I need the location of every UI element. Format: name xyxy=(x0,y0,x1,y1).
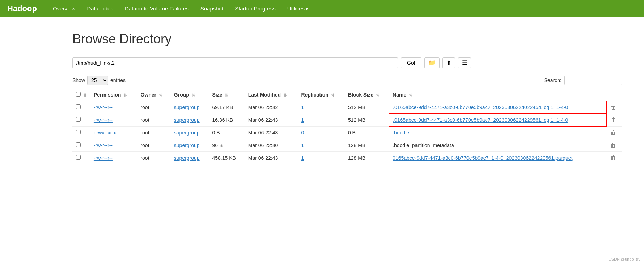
delete-button[interactable]: 🗑 xyxy=(610,142,616,148)
table-body: -rw-r--r--rootsupergroup69.17 KBMar 06 2… xyxy=(72,101,622,164)
header-checkbox: ⇅ xyxy=(72,89,90,101)
group-link[interactable]: supergroup xyxy=(174,155,200,161)
col-replication: Replication ⇅ xyxy=(297,89,344,101)
show-label: Show xyxy=(72,77,85,83)
replication-link[interactable]: 1 xyxy=(301,155,304,161)
entries-select[interactable]: 102550100 xyxy=(87,76,108,85)
group-link[interactable]: supergroup xyxy=(174,142,200,148)
select-all-checkbox[interactable] xyxy=(76,92,81,97)
cell-size: 16.36 KB xyxy=(208,114,244,126)
cell-name: .0165abce-9dd7-4471-a3c0-6b770e5b9ac7_20… xyxy=(389,101,607,114)
cell-block-size: 512 MB xyxy=(344,101,389,114)
nav-link-startup-progress[interactable]: Startup Progress xyxy=(230,3,281,14)
upload-button[interactable]: ⬆ xyxy=(442,57,455,68)
upload-icon: ⬆ xyxy=(446,60,451,66)
cell-last-modified: Mar 06 22:43 xyxy=(245,126,298,139)
cell-name: .hoodie xyxy=(389,126,607,139)
row-checkbox[interactable] xyxy=(76,104,81,109)
sort-icon: ⇅ xyxy=(83,93,86,97)
group-link[interactable]: supergroup xyxy=(174,117,200,123)
cell-size: 458.15 KB xyxy=(208,151,244,164)
row-checkbox[interactable] xyxy=(76,130,81,134)
replication-link[interactable]: 1 xyxy=(301,104,304,110)
row-checkbox[interactable] xyxy=(76,117,81,122)
table-row: -rw-r--r--rootsupergroup458.15 KBMar 06 … xyxy=(72,151,622,164)
table-header: ⇅ Permission ⇅ Owner ⇅ Group ⇅ Size ⇅ La… xyxy=(72,89,622,101)
cell-delete: 🗑 xyxy=(607,126,622,139)
cell-block-size: 128 MB xyxy=(344,151,389,164)
group-link[interactable]: supergroup xyxy=(174,130,200,136)
cell-owner: root xyxy=(137,101,170,114)
nav-links: OverviewDatanodesDatanode Volume Failure… xyxy=(48,3,313,14)
cell-permission: -rw-r--r-- xyxy=(90,101,137,114)
cell-replication: 1 xyxy=(297,114,344,126)
delete-button[interactable]: 🗑 xyxy=(611,117,617,123)
cell-permission: -rw-r--r-- xyxy=(90,151,137,164)
name-link[interactable]: .hoodie xyxy=(393,130,409,136)
delete-button[interactable]: 🗑 xyxy=(611,104,617,110)
search-label: Search: xyxy=(544,77,562,83)
cell-replication: 1 xyxy=(297,151,344,164)
cell-group: supergroup xyxy=(170,151,209,164)
path-input[interactable] xyxy=(72,57,398,68)
delete-button[interactable]: 🗑 xyxy=(610,129,616,136)
nav-link-datanodes[interactable]: Datanodes xyxy=(82,3,118,14)
name-link[interactable]: .0165abce-9dd7-4471-a3c0-6b770e5b9ac7_20… xyxy=(393,117,568,123)
delete-button[interactable]: 🗑 xyxy=(610,155,616,161)
row-checkbox-cell xyxy=(72,151,90,164)
go-button[interactable]: Go! xyxy=(401,57,421,68)
col-permission: Permission ⇅ xyxy=(90,89,137,101)
show-entries: Show 102550100 entries xyxy=(72,76,126,85)
cell-replication: 0 xyxy=(297,126,344,139)
name-link[interactable]: .0165abce-9dd7-4471-a3c0-6b770e5b9ac7_20… xyxy=(393,104,568,110)
name-link[interactable]: 0165abce-9dd7-4471-a3c0-6b770e5b9ac7_1-4… xyxy=(393,155,572,161)
cell-size: 96 B xyxy=(208,139,244,151)
cell-delete: 🗑 xyxy=(607,139,622,151)
table-row: -rw-r--r--rootsupergroup69.17 KBMar 06 2… xyxy=(72,101,622,114)
col-actions xyxy=(607,89,622,101)
cell-permission: -rw-r--r-- xyxy=(90,114,137,126)
permission-link[interactable]: -rw-r--r-- xyxy=(94,142,113,148)
col-owner: Owner ⇅ xyxy=(137,89,170,101)
cell-delete: 🗑 xyxy=(607,101,622,114)
table-row: drwxr-xr-xrootsupergroup0 BMar 06 22:430… xyxy=(72,126,622,139)
table-row: -rw-r--r--rootsupergroup96 BMar 06 22:40… xyxy=(72,139,622,151)
search-input[interactable] xyxy=(564,76,622,85)
col-name: Name ⇅ xyxy=(389,89,607,101)
cell-group: supergroup xyxy=(170,139,209,151)
table-row: -rw-r--r--rootsupergroup16.36 KBMar 06 2… xyxy=(72,114,622,126)
navbar: Hadoop OverviewDatanodesDatanode Volume … xyxy=(0,0,644,17)
nav-link-datanode-volume-failures[interactable]: Datanode Volume Failures xyxy=(120,3,194,14)
row-checkbox[interactable] xyxy=(76,142,81,147)
cell-owner: root xyxy=(137,139,170,151)
row-checkbox[interactable] xyxy=(76,155,81,160)
folder-button[interactable]: 📁 xyxy=(424,57,440,68)
permission-link[interactable]: -rw-r--r-- xyxy=(94,117,113,123)
directory-table: ⇅ Permission ⇅ Owner ⇅ Group ⇅ Size ⇅ La… xyxy=(72,89,622,164)
group-link[interactable]: supergroup xyxy=(174,104,200,110)
cell-size: 0 B xyxy=(208,126,244,139)
nav-link-snapshot[interactable]: Snapshot xyxy=(195,3,228,14)
path-bar: Go! 📁 ⬆ ☰ xyxy=(72,57,622,68)
permission-link[interactable]: drwxr-xr-x xyxy=(94,130,116,136)
cell-delete: 🗑 xyxy=(607,151,622,164)
replication-link[interactable]: 1 xyxy=(301,142,304,148)
nav-link-overview[interactable]: Overview xyxy=(48,3,81,14)
permission-link[interactable]: -rw-r--r-- xyxy=(94,104,113,110)
folder-icon: 📁 xyxy=(428,60,436,66)
show-bar: Show 102550100 entries Search: xyxy=(72,76,622,85)
row-checkbox-cell xyxy=(72,126,90,139)
permission-link[interactable]: -rw-r--r-- xyxy=(94,155,113,161)
list-icon: ☰ xyxy=(462,60,467,66)
replication-link[interactable]: 1 xyxy=(301,117,304,123)
row-checkbox-cell xyxy=(72,139,90,151)
header-row: ⇅ Permission ⇅ Owner ⇅ Group ⇅ Size ⇅ La… xyxy=(72,89,622,101)
list-button[interactable]: ☰ xyxy=(458,57,471,68)
cell-size: 69.17 KB xyxy=(208,101,244,114)
cell-name: .0165abce-9dd7-4471-a3c0-6b770e5b9ac7_20… xyxy=(389,114,607,126)
cell-last-modified: Mar 06 22:43 xyxy=(245,114,298,126)
nav-link-utilities[interactable]: Utilities xyxy=(282,3,313,14)
col-block-size: Block Size ⇅ xyxy=(344,89,389,101)
col-last-modified: Last Modified ⇅ xyxy=(245,89,298,101)
replication-link[interactable]: 0 xyxy=(301,130,304,136)
